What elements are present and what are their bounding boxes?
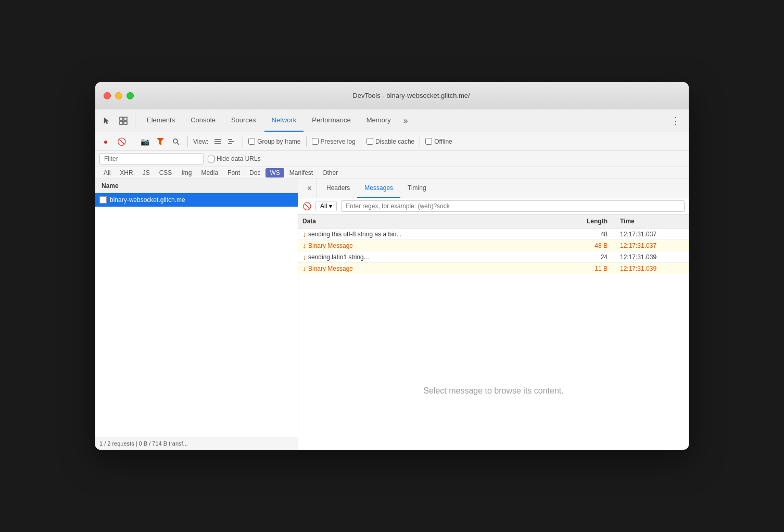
cursor-icon[interactable]: [99, 113, 114, 128]
dropdown-label: All: [320, 202, 327, 210]
detail-close-button[interactable]: ×: [302, 179, 317, 198]
tab-performance[interactable]: Performance: [305, 109, 358, 132]
stop-record-button[interactable]: 🚫: [115, 135, 128, 148]
table-row[interactable]: ↓ sending this utf-8 string as a bin... …: [298, 229, 689, 240]
view-label: View:: [193, 138, 208, 145]
arrow-down-icon-1: ↓: [302, 242, 306, 250]
offline-checkbox[interactable]: [425, 138, 432, 145]
close-button[interactable]: [104, 92, 111, 99]
th-data: Data: [298, 217, 553, 226]
preserve-log-checkbox-label[interactable]: Preserve log: [312, 138, 356, 145]
td-time-1: 12:17:31.037: [616, 241, 689, 250]
svg-rect-0: [120, 117, 123, 120]
minimize-button[interactable]: [115, 92, 122, 99]
devtools-window: DevTools - binary-websocket.glitch.me/ E…: [95, 82, 689, 450]
svg-point-5: [173, 139, 178, 143]
row-data-text-3: Binary Message: [308, 265, 353, 272]
disable-cache-checkbox[interactable]: [366, 138, 373, 145]
request-item-ws[interactable]: binary-websocket.glitch.me: [95, 193, 298, 207]
td-length-1: 48 B: [553, 241, 616, 250]
svg-rect-2: [120, 121, 123, 124]
tab-console[interactable]: Console: [183, 109, 223, 132]
toolbar2-divider-4: [306, 136, 307, 147]
search-icon[interactable]: [170, 135, 182, 148]
devtools-menu-icon[interactable]: ⋮: [667, 113, 685, 129]
type-btn-manifest[interactable]: Manifest: [285, 168, 317, 178]
type-btn-js[interactable]: JS: [138, 168, 154, 178]
tree-view-icon[interactable]: [225, 135, 237, 148]
group-by-frame-label: Group by frame: [257, 138, 300, 145]
th-length: Length: [553, 217, 616, 226]
tab-network[interactable]: Network: [264, 109, 304, 132]
row-data-text-1: Binary Message: [308, 242, 353, 249]
maximize-button[interactable]: [127, 92, 134, 99]
table-row[interactable]: ↓ sending latin1 string... 24 12:17:31.0…: [298, 251, 689, 263]
type-btn-other[interactable]: Other: [318, 168, 342, 178]
preserve-log-label: Preserve log: [321, 138, 356, 145]
td-length-0: 48: [553, 230, 616, 239]
td-data-1: ↓ Binary Message: [298, 240, 553, 251]
disable-cache-checkbox-label[interactable]: Disable cache: [366, 138, 414, 145]
type-btn-font[interactable]: Font: [223, 168, 244, 178]
detail-tab-timing[interactable]: Timing: [400, 179, 434, 198]
group-by-frame-checkbox[interactable]: [248, 138, 255, 145]
right-pane: × Headers Messages Timing 🚫 All ▾ Data L…: [298, 179, 689, 450]
hide-data-urls-text: Hide data URLs: [217, 155, 261, 162]
table-row[interactable]: ↓ Binary Message 48 B 12:17:31.037: [298, 240, 689, 251]
hide-data-urls-label[interactable]: Hide data URLs: [208, 155, 261, 162]
table-header: Data Length Time: [298, 214, 689, 229]
detail-tab-bar: × Headers Messages Timing: [298, 179, 689, 198]
arrow-down-icon-0: ↓: [302, 230, 306, 238]
type-btn-img[interactable]: Img: [177, 168, 196, 178]
td-length-3: 11 B: [553, 264, 616, 273]
messages-filter-bar: 🚫 All ▾: [298, 198, 689, 214]
left-pane: Name binary-websocket.glitch.me 1 / 2 re…: [95, 179, 298, 450]
traffic-lights: [104, 92, 134, 99]
window-title: DevTools - binary-websocket.glitch.me/: [142, 92, 680, 99]
messages-filter-icon: 🚫: [302, 202, 311, 210]
svg-rect-3: [124, 121, 127, 124]
chevron-down-icon: ▾: [329, 202, 332, 210]
toolbar2-divider-5: [361, 136, 361, 147]
messages-type-dropdown[interactable]: All ▾: [315, 201, 337, 211]
inspect-icon[interactable]: [116, 113, 131, 128]
th-time: Time: [616, 217, 689, 226]
td-length-2: 24: [553, 252, 616, 262]
svg-rect-1: [124, 117, 127, 120]
group-by-frame-checkbox-label[interactable]: Group by frame: [248, 138, 300, 145]
type-btn-media[interactable]: Media: [197, 168, 222, 178]
tab-sources[interactable]: Sources: [224, 109, 263, 132]
offline-label: Offline: [434, 138, 452, 145]
detail-tab-messages[interactable]: Messages: [357, 179, 400, 198]
preserve-log-checkbox[interactable]: [312, 138, 319, 145]
hide-data-urls-checkbox[interactable]: [208, 156, 214, 162]
filter-input[interactable]: [99, 153, 204, 164]
request-item-icon: [99, 196, 107, 204]
regex-filter-input[interactable]: [341, 200, 685, 212]
type-btn-all[interactable]: All: [99, 168, 115, 178]
camera-icon[interactable]: 📷: [138, 135, 151, 148]
type-btn-css[interactable]: CSS: [155, 168, 176, 178]
record-button[interactable]: ●: [99, 135, 112, 148]
type-btn-ws[interactable]: WS: [265, 168, 284, 178]
request-item-name: binary-websocket.glitch.me: [110, 196, 185, 204]
type-btn-xhr[interactable]: XHR: [116, 168, 137, 178]
arrow-down-icon-3: ↓: [302, 264, 306, 273]
name-column-header: Name: [95, 179, 298, 193]
empty-state-message: Select message to browse its content.: [298, 332, 689, 450]
main-content: Name binary-websocket.glitch.me 1 / 2 re…: [95, 179, 689, 450]
tab-memory[interactable]: Memory: [359, 109, 398, 132]
titlebar: DevTools - binary-websocket.glitch.me/: [95, 82, 689, 109]
td-data-0: ↓ sending this utf-8 string as a bin...: [298, 229, 553, 239]
filter-icon[interactable]: [154, 135, 167, 148]
tab-more-button[interactable]: »: [399, 116, 412, 125]
disable-cache-label: Disable cache: [375, 138, 414, 145]
type-btn-doc[interactable]: Doc: [245, 168, 264, 178]
row-data-text-2: sending latin1 string...: [308, 254, 369, 261]
list-view-icon[interactable]: [211, 135, 224, 148]
tab-elements[interactable]: Elements: [140, 109, 182, 132]
detail-tab-headers[interactable]: Headers: [319, 179, 357, 198]
offline-checkbox-label[interactable]: Offline: [425, 138, 452, 145]
table-row[interactable]: ↓ Binary Message 11 B 12:17:31.039: [298, 263, 689, 274]
toolbar2-divider-1: [133, 136, 133, 147]
